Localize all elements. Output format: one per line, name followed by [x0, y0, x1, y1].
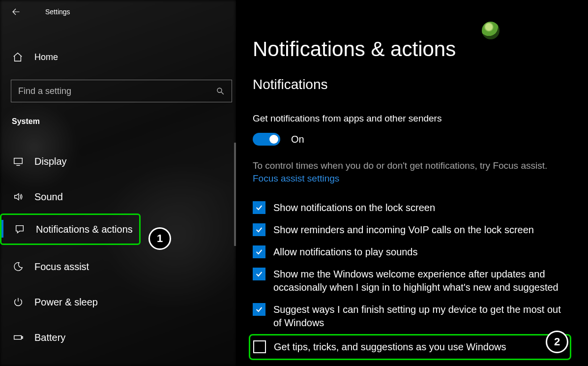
- focus-assist-link[interactable]: Focus assist settings: [236, 172, 339, 184]
- checkbox-label: Allow notifications to play sounds: [273, 245, 571, 259]
- notifications-icon: [13, 224, 26, 235]
- checkbox-label: Show me the Windows welcome experience a…: [273, 268, 571, 294]
- checkbox[interactable]: [253, 201, 265, 214]
- sidebar-item-label: Focus assist: [25, 261, 89, 273]
- sidebar-section-title: System: [0, 102, 236, 131]
- avatar: [482, 22, 500, 39]
- sidebar-item-battery[interactable]: Battery: [0, 324, 236, 351]
- checkbox-play-sounds: Allow notifications to play sounds: [253, 241, 571, 263]
- search-input[interactable]: Find a setting: [11, 80, 232, 102]
- toggle-state: On: [280, 134, 304, 145]
- section-header: Notifications: [236, 61, 588, 92]
- sidebar-item-label: Power & sleep: [25, 297, 98, 308]
- home-button[interactable]: Home: [0, 43, 236, 71]
- checkbox[interactable]: [253, 268, 265, 280]
- svg-rect-3: [22, 336, 23, 338]
- checkbox-list: Show notifications on the lock screen Sh…: [236, 184, 588, 360]
- checkbox-welcome-experience: Show me the Windows welcome experience a…: [253, 263, 571, 299]
- checkbox-label: Show notifications on the lock screen: [273, 201, 571, 214]
- checkbox[interactable]: [253, 340, 266, 353]
- svg-rect-2: [14, 336, 22, 339]
- checkbox-label: Get tips, tricks, and suggestions as you…: [274, 340, 540, 354]
- checkbox-lock-screen: Show notifications on the lock screen: [253, 197, 571, 219]
- checkbox[interactable]: [253, 223, 265, 236]
- sidebar-item-display[interactable]: Display: [0, 148, 236, 175]
- battery-icon: [12, 332, 25, 343]
- sidebar-item-label: Display: [25, 156, 67, 167]
- checkbox-label: Show reminders and incoming VoIP calls o…: [273, 223, 571, 237]
- checkbox-label: Suggest ways I can finish setting up my …: [273, 303, 571, 330]
- sidebar-item-focus-assist[interactable]: Focus assist: [0, 253, 236, 280]
- annotation-marker-1: 1: [148, 227, 171, 250]
- checkbox[interactable]: [253, 245, 265, 258]
- home-icon: [12, 52, 24, 62]
- sidebar: Settings Home Find a setting System Disp…: [0, 0, 236, 366]
- content-pane: Notifications & actions Notifications Ge…: [236, 0, 588, 366]
- svg-rect-1: [14, 158, 23, 164]
- checkbox-tips-tricks: Get tips, tricks, and suggestions as you…: [249, 334, 571, 360]
- home-label: Home: [24, 52, 58, 62]
- power-icon: [12, 297, 25, 307]
- sound-icon: [12, 191, 25, 202]
- moon-icon: [12, 261, 25, 272]
- sidebar-item-power-sleep[interactable]: Power & sleep: [0, 288, 236, 316]
- back-arrow-icon: [11, 7, 20, 16]
- display-icon: [12, 156, 25, 167]
- toggle-label: Get notifications from apps and other se…: [236, 92, 588, 124]
- search-placeholder: Find a setting: [18, 86, 71, 96]
- svg-point-0: [217, 88, 222, 92]
- description-text: To control times when you do or don't ge…: [236, 146, 588, 172]
- annotation-marker-2: 2: [546, 331, 568, 353]
- checkbox[interactable]: [253, 303, 265, 316]
- search-icon: [216, 87, 225, 95]
- page-title: Notifications & actions: [236, 0, 588, 61]
- app-title: Settings: [28, 8, 70, 16]
- sidebar-item-notifications[interactable]: Notifications & actions: [0, 214, 141, 245]
- sidebar-item-label: Notifications & actions: [26, 224, 133, 235]
- checkbox-reminders-voip: Show reminders and incoming VoIP calls o…: [253, 219, 571, 241]
- notifications-toggle[interactable]: [253, 133, 280, 146]
- sidebar-item-label: Sound: [25, 191, 63, 203]
- back-button[interactable]: [4, 0, 28, 24]
- sidebar-item-label: Battery: [25, 332, 65, 343]
- sidebar-item-sound[interactable]: Sound: [0, 183, 236, 211]
- checkbox-finish-setup: Suggest ways I can finish setting up my …: [253, 299, 571, 334]
